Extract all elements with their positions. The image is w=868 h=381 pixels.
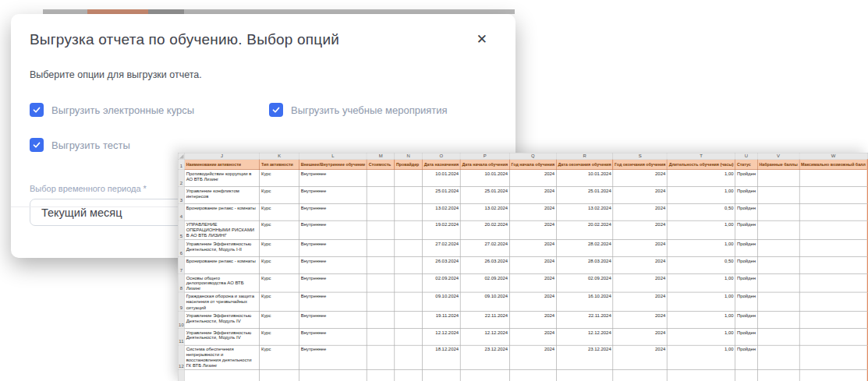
- cell[interactable]: 1,00: [667, 345, 735, 369]
- column-letter-J[interactable]: J: [184, 153, 259, 159]
- cell[interactable]: Внутреннее: [299, 220, 367, 239]
- cell[interactable]: 2024: [613, 311, 668, 328]
- cell[interactable]: 1,00: [667, 273, 735, 292]
- cell[interactable]: Пройден: [735, 256, 758, 273]
- cell[interactable]: 10.01.2024: [556, 170, 613, 187]
- cell[interactable]: 25.01.2024: [556, 186, 613, 203]
- cell[interactable]: [460, 369, 509, 381]
- cell[interactable]: Управление Эффективностью Деятельности, …: [184, 311, 259, 328]
- cell[interactable]: 1,00: [667, 186, 735, 203]
- cell[interactable]: УПРАВЛЕНИЕ ОПЕРАЦИОННЫМИ РИСКАМИ В АО ВТ…: [184, 220, 259, 239]
- cell[interactable]: [367, 328, 394, 345]
- cell[interactable]: [367, 292, 394, 311]
- cell[interactable]: [757, 220, 799, 239]
- cell[interactable]: [799, 311, 868, 328]
- cell[interactable]: 20.02.2024: [460, 220, 509, 239]
- cell[interactable]: Внутреннее: [299, 328, 367, 345]
- row-number[interactable]: 6: [178, 239, 184, 256]
- cell[interactable]: [757, 273, 799, 292]
- cell[interactable]: 2024: [509, 311, 556, 328]
- cell[interactable]: [757, 170, 799, 187]
- cell[interactable]: [799, 203, 868, 220]
- cell[interactable]: [367, 220, 394, 239]
- cell[interactable]: Пройден: [735, 328, 758, 345]
- cell[interactable]: Внутреннее: [299, 273, 367, 292]
- cell[interactable]: [367, 186, 394, 203]
- cell[interactable]: [395, 328, 423, 345]
- cell[interactable]: 2024: [613, 186, 668, 203]
- cell[interactable]: [799, 292, 868, 311]
- cell[interactable]: [757, 203, 799, 220]
- cell[interactable]: 22.11.2024: [460, 311, 509, 328]
- cell[interactable]: 26.03.2024: [460, 256, 509, 273]
- column-letter-N[interactable]: N: [395, 153, 423, 159]
- cell[interactable]: [757, 186, 799, 203]
- column-letter-T[interactable]: T: [667, 153, 735, 159]
- cell[interactable]: [395, 292, 423, 311]
- cell[interactable]: [395, 220, 423, 239]
- cell[interactable]: [667, 369, 735, 381]
- cell[interactable]: 2024: [613, 256, 668, 273]
- cell[interactable]: 13.02.2024: [460, 203, 509, 220]
- cell[interactable]: 27.02.2024: [460, 239, 509, 256]
- cell[interactable]: [184, 369, 259, 381]
- cell[interactable]: 22.11.2024: [556, 311, 613, 328]
- cell[interactable]: 1,00: [667, 311, 735, 328]
- cell[interactable]: [367, 203, 394, 220]
- cell[interactable]: [613, 369, 668, 381]
- cell[interactable]: [395, 239, 423, 256]
- checkbox-checked-icon[interactable]: [30, 103, 44, 117]
- cell[interactable]: [395, 186, 423, 203]
- cell[interactable]: 23.12.2024: [460, 345, 509, 369]
- row-number[interactable]: 7: [178, 256, 184, 273]
- cell[interactable]: Противодействие коррупции в АО ВТБ Лизин…: [184, 170, 259, 187]
- cell[interactable]: 1,00: [667, 220, 735, 239]
- cell[interactable]: 09.10.2024: [423, 292, 461, 311]
- cell[interactable]: 28.02.2024: [556, 239, 613, 256]
- cell[interactable]: 2024: [509, 328, 556, 345]
- cell[interactable]: Гражданская оборона и защита населения о…: [184, 292, 259, 311]
- cell[interactable]: [395, 203, 423, 220]
- cell[interactable]: Бронирование релакс - комнаты: [184, 203, 259, 220]
- cell[interactable]: 10.01.2024: [423, 170, 461, 187]
- cell[interactable]: [799, 239, 868, 256]
- header-cell[interactable]: Внешнее/Внутреннее обучение: [299, 159, 367, 169]
- cell[interactable]: [299, 369, 367, 381]
- row-number[interactable]: 1: [178, 159, 184, 169]
- header-cell[interactable]: Наименование активности: [184, 159, 259, 169]
- cell[interactable]: Управление конфликтом интересов: [184, 186, 259, 203]
- cell[interactable]: [799, 170, 868, 187]
- row-number[interactable]: 9: [178, 292, 184, 311]
- column-letter-S[interactable]: S: [613, 153, 668, 159]
- cell[interactable]: 2024: [509, 292, 556, 311]
- cell[interactable]: 13.02.2024: [423, 203, 461, 220]
- cell[interactable]: 2024: [613, 345, 668, 369]
- close-icon[interactable]: ✕: [473, 31, 491, 48]
- column-letter-W[interactable]: W: [799, 153, 868, 159]
- cell[interactable]: Внутреннее: [299, 186, 367, 203]
- checkbox-export-events[interactable]: Выгрузить учебные мероприятия: [269, 103, 497, 117]
- header-cell[interactable]: Статус: [735, 159, 758, 169]
- cell[interactable]: 19.11.2024: [423, 311, 461, 328]
- cell[interactable]: 2024: [509, 203, 556, 220]
- cell[interactable]: [757, 345, 799, 369]
- cell[interactable]: [423, 369, 461, 381]
- cell[interactable]: Пройден: [735, 170, 758, 187]
- header-cell[interactable]: Максимально возможный балл: [799, 159, 868, 169]
- cell[interactable]: Курс: [260, 311, 299, 328]
- cell[interactable]: 2024: [509, 220, 556, 239]
- cell[interactable]: 2024: [613, 273, 668, 292]
- cell[interactable]: 1,00: [667, 170, 735, 187]
- cell[interactable]: [799, 273, 868, 292]
- cell[interactable]: 2024: [509, 273, 556, 292]
- cell[interactable]: Пройден: [735, 186, 758, 203]
- column-letter-Q[interactable]: Q: [509, 153, 556, 159]
- cell[interactable]: 20.02.2024: [556, 220, 613, 239]
- cell[interactable]: 10.01.2024: [460, 170, 509, 187]
- checkbox-export-tests[interactable]: Выгрузить тесты: [30, 138, 269, 152]
- cell[interactable]: 09.10.2024: [460, 292, 509, 311]
- cell[interactable]: 16.10.2024: [556, 292, 613, 311]
- column-letter-M[interactable]: M: [367, 153, 394, 159]
- checkbox-export-courses[interactable]: Выгрузить электронные курсы: [30, 103, 269, 117]
- cell[interactable]: 0,50: [667, 256, 735, 273]
